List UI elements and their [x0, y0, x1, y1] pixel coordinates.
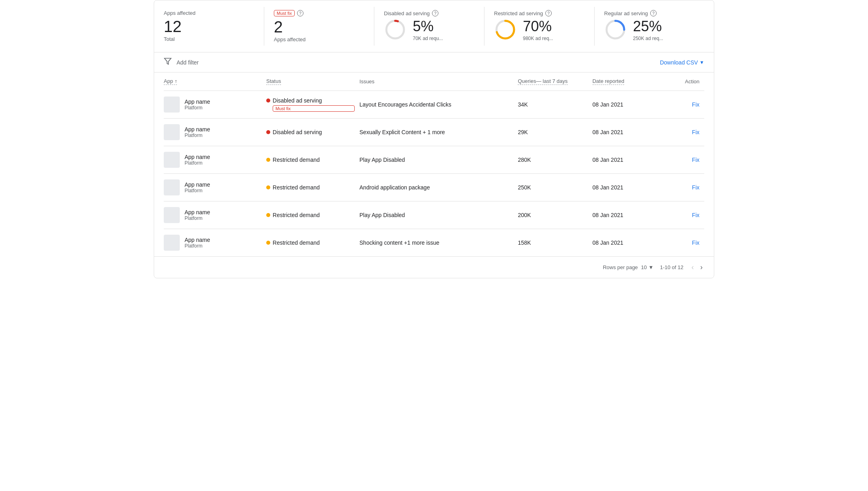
status-dot-5	[266, 241, 270, 245]
date-value-5: 08 Jan 2021	[593, 239, 623, 246]
queries-value-2: 280K	[518, 157, 531, 163]
status-dot-3	[266, 185, 270, 189]
fix-button-0[interactable]: Fix	[692, 101, 699, 108]
app-cell-4: App name Platform	[164, 201, 266, 229]
table-row: App name Platform Restricted demand Shoc…	[164, 229, 704, 257]
queries-value-3: 250K	[518, 184, 531, 191]
stats-bar: Apps affected 12 Total Must fix ? 2 Apps…	[154, 0, 714, 52]
status-text-3: Restricted demand	[273, 184, 320, 191]
restricted-ad-donut	[494, 18, 516, 41]
issue-text-3: Android application package	[360, 184, 430, 191]
issue-cell-0: Layout Encourages Accidental Clicks	[360, 91, 518, 119]
action-cell-2: Fix	[667, 146, 704, 174]
app-platform-1: Platform	[185, 133, 210, 138]
col-header-queries[interactable]: Queries— last 7 days	[518, 72, 592, 91]
col-header-app[interactable]: App ↑	[164, 72, 266, 91]
app-platform-0: Platform	[185, 105, 210, 111]
disabled-ad-help-icon[interactable]: ?	[432, 10, 438, 16]
status-cell-1: Disabled ad serving	[266, 119, 360, 146]
date-value-1: 08 Jan 2021	[593, 129, 623, 135]
add-filter-text[interactable]: Add filter	[177, 59, 199, 66]
table-row: App name Platform Restricted demand Play…	[164, 146, 704, 174]
app-cell-5: App name Platform	[164, 229, 266, 257]
app-cell-1: App name Platform	[164, 119, 266, 146]
must-fix-help-icon[interactable]: ?	[297, 10, 303, 16]
issue-cell-1: Sexually Explicit Content + 1 more	[360, 119, 518, 146]
issue-text-5: Shocking content +1 more issue	[360, 239, 440, 246]
action-cell-0: Fix	[667, 91, 704, 119]
disabled-ad-stat: Disabled ad serving ? 5% 70K ad requ...	[384, 7, 484, 46]
app-platform-3: Platform	[185, 188, 210, 193]
download-csv-button[interactable]: Download CSV ▼	[660, 59, 704, 66]
must-fix-stat: Must fix ? 2 Apps affected	[274, 7, 374, 46]
svg-marker-6	[165, 58, 171, 64]
regular-ad-req: 250K ad req...	[633, 36, 663, 41]
queries-value-0: 34K	[518, 101, 528, 108]
queries-cell-3: 250K	[518, 174, 592, 201]
filter-icon	[164, 57, 172, 67]
table-row: App name Platform Restricted demand Andr…	[164, 174, 704, 201]
fix-button-5[interactable]: Fix	[692, 239, 699, 246]
queries-cell-4: 200K	[518, 201, 592, 229]
fix-button-2[interactable]: Fix	[692, 157, 699, 163]
chevron-down-icon: ▼	[699, 60, 704, 65]
app-name-1: App name	[185, 126, 210, 133]
rows-per-page-select[interactable]: 10 ▼	[641, 264, 653, 270]
action-cell-5: Fix	[667, 229, 704, 257]
disabled-ad-donut	[384, 18, 406, 41]
restricted-ad-stat: Restricted ad serving ? 70% 980K ad req.…	[494, 7, 595, 46]
col-header-action: Action	[667, 72, 704, 91]
status-text-0: Disabled ad serving	[273, 97, 322, 104]
app-icon-3	[164, 179, 180, 195]
col-header-status[interactable]: Status	[266, 72, 360, 91]
must-fix-number: 2	[274, 18, 364, 36]
app-name-4: App name	[185, 209, 210, 215]
date-value-2: 08 Jan 2021	[593, 157, 623, 163]
col-header-issues: Issues	[360, 72, 518, 91]
queries-value-1: 29K	[518, 129, 528, 135]
must-fix-badge: Must fix	[274, 10, 295, 16]
queries-cell-0: 34K	[518, 91, 592, 119]
queries-cell-1: 29K	[518, 119, 592, 146]
chevron-down-rows-icon: ▼	[649, 264, 654, 270]
app-name-5: App name	[185, 237, 210, 243]
col-header-date[interactable]: Date reported	[593, 72, 667, 91]
status-text-2: Restricted demand	[273, 157, 320, 163]
next-page-button[interactable]: ›	[699, 262, 704, 273]
issue-text-4: Play App Disabled	[360, 212, 405, 218]
fix-button-4[interactable]: Fix	[692, 212, 699, 218]
status-cell-3: Restricted demand	[266, 174, 360, 201]
regular-ad-stat: Regular ad serving ? 25% 250K ad req...	[604, 7, 704, 46]
regular-ad-help-icon[interactable]: ?	[650, 10, 657, 16]
regular-ad-label: Regular ad serving ?	[604, 10, 695, 16]
app-icon-4	[164, 207, 180, 223]
app-icon-5	[164, 235, 180, 251]
app-platform-5: Platform	[185, 243, 210, 249]
status-text-4: Restricted demand	[273, 212, 320, 218]
prev-page-button[interactable]: ‹	[690, 262, 695, 273]
status-cell-0: Disabled ad serving Must fix	[266, 91, 360, 119]
must-fix-label: Must fix ?	[274, 10, 364, 16]
queries-value-4: 200K	[518, 212, 531, 218]
action-cell-1: Fix	[667, 119, 704, 146]
app-name-0: App name	[185, 99, 210, 105]
fix-button-3[interactable]: Fix	[692, 184, 699, 191]
app-cell-2: App name Platform	[164, 146, 266, 174]
date-cell-3: 08 Jan 2021	[593, 174, 667, 201]
table-row: App name Platform Restricted demand Play…	[164, 201, 704, 229]
table-row: App name Platform Disabled ad serving Se…	[164, 119, 704, 146]
status-dot-4	[266, 213, 270, 217]
status-dot-1	[266, 130, 270, 134]
fix-button-1[interactable]: Fix	[692, 129, 699, 135]
restricted-ad-label: Restricted ad serving ?	[494, 10, 585, 16]
app-icon-0	[164, 97, 180, 113]
date-cell-1: 08 Jan 2021	[593, 119, 667, 146]
app-platform-2: Platform	[185, 160, 210, 166]
app-cell-3: App name Platform	[164, 174, 266, 201]
issue-text-2: Play App Disabled	[360, 157, 405, 163]
restricted-ad-help-icon[interactable]: ?	[545, 10, 552, 16]
restricted-ad-percent: 70%	[523, 18, 553, 35]
table-header-row: App ↑ Status Issues	[164, 72, 704, 91]
action-cell-3: Fix	[667, 174, 704, 201]
date-cell-0: 08 Jan 2021	[593, 91, 667, 119]
